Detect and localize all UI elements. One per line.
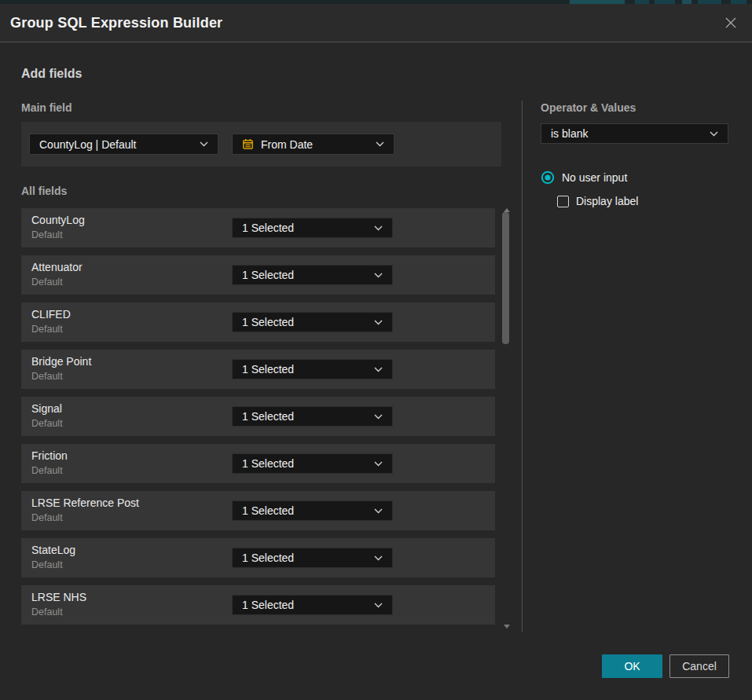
- field-selection-dropdown[interactable]: 1 Selected: [232, 453, 393, 474]
- main-field-panel: CountyLog | Default From Date: [21, 122, 501, 167]
- chevron-down-icon: [374, 367, 383, 372]
- all-fields-list: CountyLog Default 1 Selected Attenuator …: [21, 208, 495, 625]
- field-selection-value: 1 Selected: [242, 269, 294, 281]
- field-name: Attenuator: [31, 261, 83, 273]
- chevron-down-icon: [374, 508, 383, 514]
- field-type: Default: [31, 277, 63, 288]
- chevron-down-icon: [710, 131, 718, 137]
- main-layer-dropdown-value: CountyLog | Default: [39, 138, 137, 151]
- add-fields-heading: Add fields: [21, 67, 82, 81]
- display-label-checkbox[interactable]: Display label: [557, 195, 638, 207]
- field-type: Default: [31, 418, 63, 429]
- main-date-field-dropdown[interactable]: From Date: [232, 134, 394, 155]
- chevron-down-icon: [374, 603, 383, 608]
- field-name: LRSE NHS: [31, 591, 86, 603]
- chevron-down-icon: [374, 320, 383, 325]
- field-name: CountyLog: [31, 214, 85, 226]
- field-name: CLIFED: [31, 308, 71, 321]
- dialog-titlebar: Group SQL Expression Builder: [0, 4, 752, 42]
- field-selection-value: 1 Selected: [242, 504, 294, 517]
- field-row: Bridge Point Default 1 Selected: [21, 350, 495, 389]
- scrollbar-down-arrow-icon[interactable]: [504, 625, 510, 629]
- field-type: Default: [31, 371, 63, 382]
- field-selection-value: 1 Selected: [242, 552, 294, 564]
- field-selection-value: 1 Selected: [242, 599, 294, 611]
- field-row: CLIFED Default 1 Selected: [21, 302, 495, 342]
- field-selection-value: 1 Selected: [242, 363, 294, 376]
- scrollbar-thumb[interactable]: [502, 212, 509, 344]
- chevron-down-icon: [374, 273, 383, 278]
- main-field-heading: Main field: [21, 101, 72, 114]
- field-selection-dropdown[interactable]: 1 Selected: [232, 500, 393, 521]
- field-selection-value: 1 Selected: [242, 222, 294, 234]
- chevron-down-icon: [374, 555, 383, 561]
- chevron-down-icon: [374, 225, 383, 231]
- field-type: Default: [31, 465, 63, 476]
- field-selection-dropdown[interactable]: 1 Selected: [232, 265, 393, 285]
- chevron-down-icon: [376, 141, 384, 147]
- calendar-icon: [242, 138, 254, 150]
- field-row: Signal Default 1 Selected: [21, 397, 495, 436]
- field-type: Default: [31, 607, 63, 618]
- sql-expression-builder-dialog: Group SQL Expression Builder Add fields …: [0, 4, 752, 700]
- field-name: Bridge Point: [31, 355, 91, 368]
- field-row: LRSE Reference Post Default 1 Selected: [21, 491, 495, 530]
- chevron-down-icon: [200, 141, 208, 147]
- chevron-down-icon: [374, 461, 383, 467]
- operator-dropdown[interactable]: is blank: [541, 123, 728, 144]
- field-selection-value: 1 Selected: [242, 410, 294, 423]
- field-row: StateLog Default 1 Selected: [21, 538, 495, 577]
- main-layer-dropdown[interactable]: CountyLog | Default: [29, 134, 218, 155]
- field-type: Default: [31, 559, 63, 570]
- field-type: Default: [31, 512, 63, 523]
- dialog-title: Group SQL Expression Builder: [10, 4, 222, 42]
- field-selection-value: 1 Selected: [242, 457, 294, 470]
- no-user-input-label: No user input: [562, 171, 627, 184]
- field-row: LRSE NHS Default 1 Selected: [21, 585, 495, 625]
- ok-button[interactable]: OK: [602, 654, 662, 678]
- operator-values-heading: Operator & Values: [541, 101, 636, 114]
- field-selection-dropdown[interactable]: 1 Selected: [232, 595, 393, 615]
- field-selection-value: 1 Selected: [242, 316, 294, 328]
- no-user-input-radio[interactable]: No user input: [541, 170, 627, 185]
- checkbox-unchecked-icon: [557, 196, 569, 207]
- field-type: Default: [31, 229, 63, 240]
- field-selection-dropdown[interactable]: 1 Selected: [232, 406, 393, 427]
- field-name: Friction: [31, 449, 68, 462]
- operator-dropdown-value: is blank: [551, 127, 588, 140]
- all-fields-heading: All fields: [21, 185, 67, 197]
- field-selection-dropdown[interactable]: 1 Selected: [232, 548, 393, 568]
- field-row: CountyLog Default 1 Selected: [21, 208, 495, 247]
- close-icon[interactable]: [721, 13, 740, 32]
- panel-divider: [522, 101, 523, 632]
- cancel-button[interactable]: Cancel: [669, 654, 729, 678]
- field-row: Friction Default 1 Selected: [21, 444, 495, 483]
- display-label-label: Display label: [576, 195, 638, 207]
- main-date-field-value: From Date: [261, 138, 313, 151]
- field-selection-dropdown[interactable]: 1 Selected: [232, 359, 393, 379]
- field-type: Default: [31, 324, 63, 335]
- radio-selected-icon: [541, 170, 555, 185]
- field-selection-dropdown[interactable]: 1 Selected: [232, 312, 393, 332]
- chevron-down-icon: [374, 414, 383, 420]
- screen: Group SQL Expression Builder Add fields …: [0, 0, 752, 700]
- field-selection-dropdown[interactable]: 1 Selected: [232, 218, 393, 238]
- field-name: Signal: [31, 402, 62, 415]
- field-name: StateLog: [31, 544, 75, 556]
- field-row: Attenuator Default 1 Selected: [21, 255, 495, 295]
- field-name: LRSE Reference Post: [31, 497, 139, 509]
